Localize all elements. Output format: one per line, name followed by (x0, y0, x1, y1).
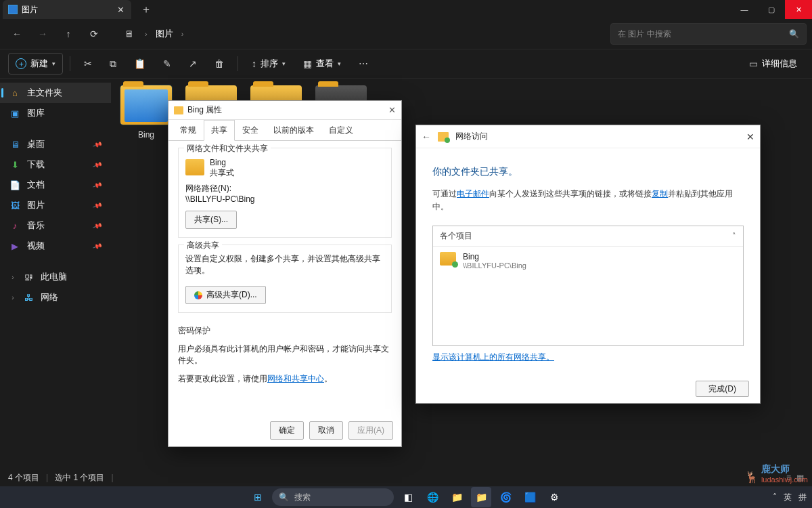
sidebar-item-network[interactable]: ›🖧网络 (0, 287, 111, 308)
pin-icon: 📌 (92, 220, 103, 230)
desktop-icon: 🖥 (9, 139, 20, 150)
nav-back-button[interactable]: ← (5, 22, 28, 45)
address-segment[interactable]: 图片 (152, 25, 177, 43)
copy-link[interactable]: 复制 (652, 189, 668, 198)
close-icon[interactable]: ✕ (388, 105, 396, 115)
taskbar-app[interactable]: 🌐 (422, 487, 443, 507)
sort-icon: ↕ (252, 58, 256, 69)
shared-items-list: 各个项目 ˄ Bing \\BILLYFU-PC\Bing (432, 226, 744, 346)
search-placeholder: 在 图片 中搜索 (618, 28, 671, 40)
tab-share[interactable]: 共享 (204, 120, 235, 141)
share-button[interactable]: 共享(S)... (185, 211, 237, 229)
tab-previous-versions[interactable]: 以前的版本 (266, 120, 321, 141)
taskbar-app[interactable]: 📁 (447, 487, 467, 507)
list-header[interactable]: 各个项目 ˄ (433, 226, 743, 247)
back-icon[interactable]: ← (422, 131, 431, 142)
chevron-down-icon: ▾ (338, 60, 341, 67)
pin-icon: 📌 (92, 159, 103, 169)
details-label: 详细信息 (762, 58, 797, 70)
sidebar-item-downloads[interactable]: ⬇下载📌 (0, 154, 111, 175)
taskbar-search[interactable]: 🔍搜索 (272, 488, 394, 506)
tab-pictures[interactable]: 图片 ✕ (3, 0, 131, 19)
taskbar-explorer[interactable]: 📁 (471, 487, 491, 507)
desc-b: 向某个人发送到这些共享项的链接，或将链接 (489, 189, 652, 198)
list-item[interactable]: Bing \\BILLYFU-PC\Bing (433, 247, 743, 275)
share-item-name: Bing (210, 158, 234, 167)
watermark-brand: 鹿大师 (761, 463, 808, 475)
taskview-button[interactable]: ◧ (398, 487, 418, 507)
tab-strip: 常规 共享 安全 以前的版本 自定义 (168, 120, 401, 141)
show-all-shares-link[interactable]: 显示该计算机上的所有网络共享。 (432, 352, 554, 362)
ime-lang[interactable]: 英 (784, 492, 792, 503)
tab-general[interactable]: 常规 (173, 120, 204, 141)
copy-icon: ⧉ (110, 58, 116, 70)
pictures-icon: 🖼 (9, 200, 20, 211)
taskbar-settings[interactable]: ⚙ (544, 487, 564, 507)
command-bar: ＋ 新建 ▾ ✂ ⧉ 📋 ✎ ↗ 🗑 ↕排序▾ ▦查看▾ ⋯ ▭详细信息 (0, 49, 812, 79)
sidebar-item-documents[interactable]: 📄文档📌 (0, 175, 111, 195)
cancel-button[interactable]: 取消 (309, 421, 343, 440)
more-button[interactable]: ⋯ (352, 54, 375, 73)
cut-button[interactable]: ✂ (77, 54, 99, 73)
window-minimize-button[interactable]: — (731, 0, 758, 19)
close-icon[interactable]: ✕ (746, 131, 754, 142)
document-icon: 📄 (9, 179, 20, 190)
search-input[interactable]: 在 图片 中搜索 🔍 (610, 23, 807, 45)
taskbar-search-label: 搜索 (294, 492, 311, 503)
new-button[interactable]: ＋ 新建 ▾ (8, 53, 63, 75)
sidebar-item-home[interactable]: ⌂主文件夹 (0, 83, 111, 103)
home-icon: ⌂ (9, 87, 20, 98)
nav-forward-button[interactable]: → (31, 22, 54, 45)
email-link[interactable]: 电子邮件 (457, 189, 489, 198)
advanced-share-button[interactable]: 高级共享(D)... (185, 286, 266, 304)
sort-button[interactable]: ↕排序▾ (245, 54, 292, 74)
sidebar-item-music[interactable]: ♪音乐📌 (0, 215, 111, 236)
address-monitor-icon[interactable]: 🖥 (118, 22, 141, 45)
network-icon: 🖧 (23, 292, 34, 303)
tab-customize[interactable]: 自定义 (321, 120, 361, 141)
copy-button[interactable]: ⧉ (103, 54, 123, 74)
chevron-down-icon: ▾ (52, 60, 55, 67)
dialog-title-bar[interactable]: Bing 属性 ✕ (168, 101, 401, 120)
sidebar-item-label: 视频 (27, 240, 45, 252)
password-desc-2a: 若要更改此设置，请使用 (178, 374, 267, 383)
nav-up-button[interactable]: ↑ (57, 22, 80, 45)
sidebar-item-gallery[interactable]: ▣图库 (0, 103, 111, 123)
tab-close-icon[interactable]: ✕ (117, 5, 125, 15)
watermark-url: ludashiwj.com (761, 475, 808, 484)
share-button[interactable]: ↗ (182, 54, 204, 73)
details-button[interactable]: ▭详细信息 (742, 54, 804, 74)
password-desc-2b: 。 (324, 374, 332, 383)
nav-bar: ← → ↑ ⟳ 🖥 › 图片 › 在 图片 中搜索 🔍 (0, 19, 812, 49)
paste-button[interactable]: 📋 (127, 54, 152, 73)
chevron-down-icon: ▾ (282, 60, 286, 67)
done-button[interactable]: 完成(D) (696, 381, 749, 397)
network-path-value: \\BILLYFU-PC\Bing (185, 194, 384, 204)
sidebar-item-videos[interactable]: ▶视频📌 (0, 236, 111, 256)
network-access-dialog: ← 网络访问 ✕ 你的文件夹已共享。 可通过电子邮件向某个人发送到这些共享项的链… (415, 125, 761, 404)
sidebar-item-thispc[interactable]: ›🖳此电脑 (0, 267, 111, 287)
more-icon: ⋯ (359, 58, 368, 69)
folder-item[interactable]: Bing (118, 85, 175, 140)
taskbar-app[interactable]: 🟦 (520, 487, 540, 507)
tab-security[interactable]: 安全 (235, 120, 266, 141)
delete-button[interactable]: 🗑 (208, 54, 231, 73)
sidebar-item-label: 文档 (27, 179, 45, 191)
ime-mode[interactable]: 拼 (798, 492, 807, 503)
new-tab-button[interactable]: ＋ (137, 0, 156, 19)
network-center-link[interactable]: 网络和共享中心 (267, 374, 324, 383)
window-maximize-button[interactable]: ▢ (758, 0, 785, 19)
sidebar-item-pictures[interactable]: 🖼图片📌 (0, 195, 111, 215)
rename-button[interactable]: ✎ (156, 54, 178, 73)
start-button[interactable]: ⊞ (248, 487, 268, 507)
shield-icon (194, 291, 202, 299)
paste-icon: 📋 (134, 58, 145, 69)
sidebar-item-desktop[interactable]: 🖥桌面📌 (0, 134, 111, 154)
nav-refresh-button[interactable]: ⟳ (83, 22, 106, 45)
tray-chevron-icon[interactable]: ˄ (773, 492, 777, 502)
view-button[interactable]: ▦查看▾ (296, 54, 348, 74)
window-close-button[interactable]: ✕ (785, 0, 812, 19)
sidebar-item-label: 主文件夹 (27, 87, 62, 99)
taskbar-edge[interactable]: 🌀 (495, 487, 516, 507)
ok-button[interactable]: 确定 (270, 421, 304, 440)
